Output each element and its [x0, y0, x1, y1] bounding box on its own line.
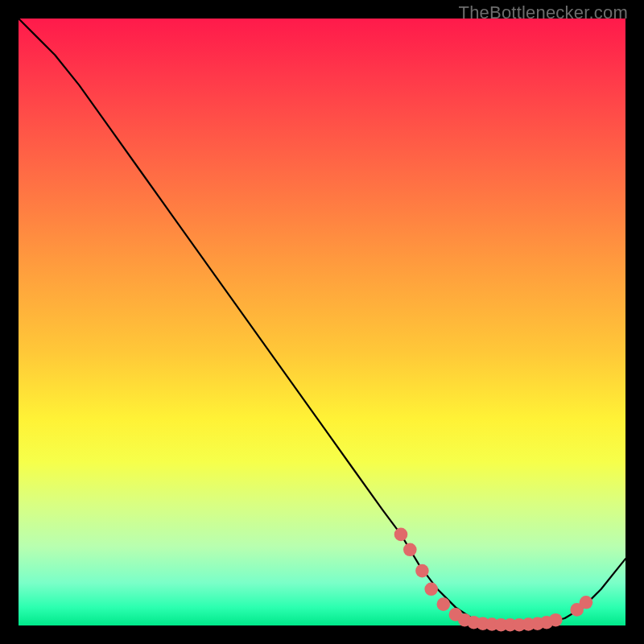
marker-dot — [424, 583, 438, 597]
marker-dot — [403, 543, 417, 557]
marker-dot — [437, 597, 451, 611]
curve-markers — [394, 528, 593, 632]
marker-dot — [394, 528, 408, 542]
marker-dot — [415, 564, 429, 578]
chart-svg — [19, 19, 625, 625]
curve-line — [19, 19, 625, 625]
chart-frame: TheBottlenecker.com — [0, 0, 644, 644]
plot-area — [19, 19, 625, 625]
marker-dot — [549, 613, 563, 627]
watermark-text: TheBottlenecker.com — [459, 2, 628, 23]
marker-dot — [580, 596, 593, 609]
